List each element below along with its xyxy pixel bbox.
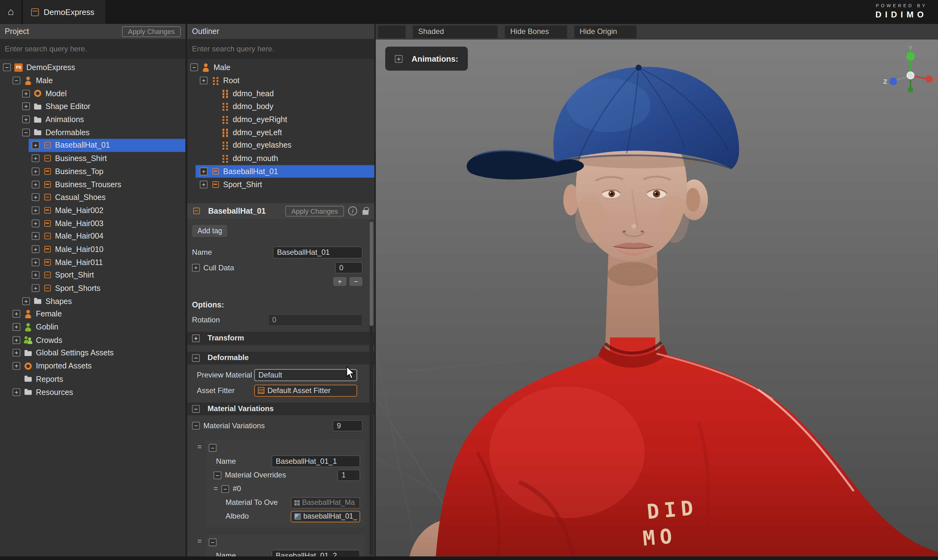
deformable-section-header[interactable]: Deformable xyxy=(187,352,374,364)
expander-icon[interactable] xyxy=(32,258,40,266)
app-tab-demoexpress[interactable]: DemoExpress xyxy=(23,0,105,24)
viewport-3d-scene[interactable]: DID MO xyxy=(375,40,938,557)
expander-icon[interactable] xyxy=(190,63,198,71)
outliner-row-root[interactable]: Root xyxy=(187,74,374,87)
expander-icon[interactable] xyxy=(22,90,30,97)
tree-row[interactable]: Sport_Shirt xyxy=(0,268,185,282)
info-icon[interactable] xyxy=(348,206,357,215)
material-variations-count-field[interactable]: 9 xyxy=(332,420,363,431)
gizmo-neg-y-handle[interactable] xyxy=(908,87,913,92)
tree-row-model[interactable]: Model xyxy=(0,87,185,100)
item-name-field[interactable]: BaseballHat_01_2 xyxy=(272,550,360,556)
outliner-search-input[interactable] xyxy=(187,40,374,58)
outliner-row-sport-shirt[interactable]: Sport_Shirt xyxy=(187,178,374,191)
expander-icon[interactable] xyxy=(192,405,200,413)
home-button[interactable] xyxy=(0,0,22,24)
expander-icon[interactable] xyxy=(214,471,221,479)
animations-overlay[interactable]: Animations: xyxy=(385,47,468,71)
tree-row-deformables[interactable]: Deformables xyxy=(0,126,185,139)
tree-row[interactable]: Male_Hair003 xyxy=(0,217,185,230)
expander-icon[interactable] xyxy=(192,264,200,272)
outliner-row[interactable]: ddmo_eyelashes xyxy=(187,139,374,152)
expander-icon[interactable] xyxy=(32,271,40,279)
expander-icon[interactable] xyxy=(12,349,20,357)
expander-icon[interactable] xyxy=(200,77,208,85)
name-field[interactable]: BaseballHat_01 xyxy=(273,246,363,258)
expander-icon[interactable] xyxy=(12,310,20,318)
outliner-row[interactable]: ddmo_mouth xyxy=(187,152,374,165)
project-search-input[interactable] xyxy=(0,40,185,58)
tree-row-reports[interactable]: Reports xyxy=(0,372,185,386)
drag-handle-icon[interactable] xyxy=(197,443,201,451)
item-name-field[interactable]: BaseballHat_01_1 xyxy=(272,456,360,468)
drag-handle-icon[interactable] xyxy=(214,485,218,493)
expander-icon[interactable] xyxy=(192,334,200,342)
expander-icon[interactable] xyxy=(32,194,40,201)
add-tag-button[interactable]: Add tag xyxy=(192,225,228,237)
material-overrides-count-field[interactable]: 1 xyxy=(337,470,360,481)
tree-row-crowds[interactable]: Crowds xyxy=(0,334,185,347)
expander-icon[interactable] xyxy=(12,388,20,396)
shading-mode-dropdown[interactable]: Shaded xyxy=(413,26,498,38)
inspector-scrollbar[interactable] xyxy=(370,220,374,555)
tree-row-demoexpress[interactable]: P8DemoExpress xyxy=(0,61,185,74)
tree-row[interactable]: Casual_Shoes xyxy=(0,191,185,204)
expander-icon[interactable] xyxy=(209,538,217,546)
expander-icon[interactable] xyxy=(221,485,229,493)
gizmo-y-handle[interactable] xyxy=(906,52,915,60)
remove-item-button[interactable] xyxy=(349,277,363,286)
expander-icon[interactable] xyxy=(32,245,40,253)
material-to-override-picker[interactable]: BaseballHat_Ma xyxy=(291,497,360,508)
expander-icon[interactable] xyxy=(32,206,40,214)
gizmo-center[interactable] xyxy=(907,72,914,79)
tree-row[interactable]: Business_Top xyxy=(0,165,185,178)
expander-icon[interactable] xyxy=(12,77,20,85)
tree-row-global-settings[interactable]: Global Settings Assets xyxy=(0,346,185,359)
expander-icon[interactable] xyxy=(192,422,200,430)
expander-icon[interactable] xyxy=(32,232,40,240)
outliner-row[interactable]: ddmo_body xyxy=(187,100,374,113)
outliner-row[interactable]: ddmo_head xyxy=(187,87,374,100)
rotation-field[interactable]: 0 xyxy=(268,314,363,326)
outliner-row-baseballhat-selected[interactable]: BaseballHat_01 xyxy=(187,165,374,178)
outliner-row[interactable]: ddmo_eyeRight xyxy=(187,113,374,126)
tree-row-goblin[interactable]: Goblin xyxy=(0,320,185,334)
expander-icon[interactable] xyxy=(12,336,20,344)
tree-row-male[interactable]: Male xyxy=(0,74,185,87)
tree-row-baseballhat-selected[interactable]: BaseballHat_01 xyxy=(0,139,185,152)
expander-icon[interactable] xyxy=(32,180,40,188)
expander-icon[interactable] xyxy=(32,142,40,149)
expander-icon[interactable] xyxy=(22,297,30,305)
expander-icon[interactable] xyxy=(12,362,20,370)
tree-row-female[interactable]: Female xyxy=(0,308,185,320)
preview-material-dropdown[interactable]: Default xyxy=(254,369,357,381)
expander-icon[interactable] xyxy=(32,168,40,175)
tree-row[interactable]: Sport_Shorts xyxy=(0,282,185,295)
tree-row[interactable]: Male_Hair010 xyxy=(0,243,185,256)
expander-icon[interactable] xyxy=(32,219,40,227)
drag-handle-icon[interactable] xyxy=(197,537,201,546)
expander-icon[interactable] xyxy=(200,168,208,175)
inspector-apply-changes-button[interactable]: Apply Changes xyxy=(285,206,344,217)
tree-row[interactable]: Business_Trousers xyxy=(0,178,185,191)
expander-icon[interactable] xyxy=(3,63,11,71)
expander-icon[interactable] xyxy=(192,354,200,362)
scrollbar-thumb[interactable] xyxy=(370,221,374,326)
tree-row-shape-editor[interactable]: Shape Editor xyxy=(0,100,185,113)
expander-icon[interactable] xyxy=(22,103,30,110)
viewport-canvas[interactable]: DID MO xyxy=(375,40,938,557)
expander-icon[interactable] xyxy=(209,444,217,452)
gizmo-z-handle[interactable] xyxy=(889,78,897,85)
expander-icon[interactable] xyxy=(22,129,30,137)
cull-data-field[interactable]: 0 xyxy=(335,262,363,274)
tree-row[interactable]: Male_Hair004 xyxy=(0,230,185,243)
view-mode-button[interactable] xyxy=(378,26,406,38)
lock-icon[interactable] xyxy=(363,210,368,215)
expander-icon[interactable] xyxy=(32,154,40,162)
transform-section-header[interactable]: Transform xyxy=(187,332,374,345)
tree-row-shapes[interactable]: Shapes xyxy=(0,295,185,308)
hide-bones-button[interactable]: Hide Bones xyxy=(505,26,567,38)
outliner-row[interactable]: ddmo_eyeLeft xyxy=(187,126,374,139)
expander-icon[interactable] xyxy=(22,115,30,123)
tree-row-imported-assets[interactable]: Imported Assets xyxy=(0,359,185,372)
